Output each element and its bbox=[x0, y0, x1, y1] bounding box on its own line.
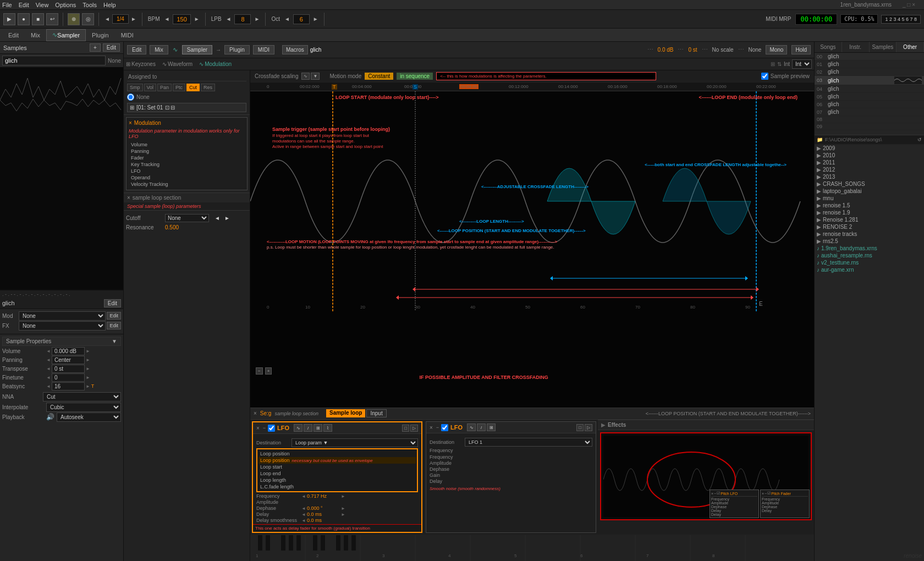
lfo1-sine-btn[interactable]: ∿ bbox=[294, 424, 302, 432]
mod-velocity[interactable]: Velocity Tracking bbox=[129, 181, 245, 188]
mod-fader[interactable]: Fader bbox=[129, 155, 245, 161]
folder-2009[interactable]: ▶ 2009 bbox=[815, 145, 924, 152]
oct-arrow-right[interactable]: ► bbox=[313, 16, 318, 22]
mod-volume[interactable]: Volume bbox=[129, 141, 245, 148]
folder-rns25[interactable]: ▶ rns2.5 bbox=[815, 238, 924, 245]
tab-ptc[interactable]: Ptc bbox=[173, 84, 185, 91]
lp-loop-position[interactable]: Loop position bbox=[258, 450, 416, 457]
lfo2-saw-btn[interactable]: / bbox=[477, 424, 486, 431]
modulation-tab[interactable]: ∿ Modulation bbox=[199, 61, 232, 67]
right-tab-samples[interactable]: Samples bbox=[870, 42, 897, 52]
folder-renoise2[interactable]: ▶ RENOISE 2 bbox=[815, 223, 924, 230]
folder-renoise281[interactable]: ▶ Renoise 1.281 bbox=[815, 216, 924, 223]
lfo1-r2-btn[interactable]: ▷ bbox=[410, 425, 418, 432]
right-tab-songs[interactable]: Songs bbox=[815, 42, 842, 52]
file-3[interactable]: ♪ v2_testtune.rns bbox=[815, 259, 924, 266]
instr-row-04[interactable]: 04 glich bbox=[815, 85, 924, 93]
instr-row-07[interactable]: 07 glich bbox=[815, 108, 924, 116]
keyzones-tab[interactable]: ⊞ Keyzones bbox=[126, 61, 156, 67]
folder-renoise19[interactable]: ▶ renoise 1.9 bbox=[815, 209, 924, 216]
instr-row-02[interactable]: 02 glich bbox=[815, 68, 924, 76]
window-controls[interactable]: _ □ × bbox=[903, 2, 915, 8]
set-01-item[interactable]: ⊞ [01: Set 01 ⊡ ⊟ bbox=[127, 103, 246, 112]
folder-2011[interactable]: ▶ 2011 bbox=[815, 159, 924, 166]
folder-laptopo[interactable]: ▶ laptopo_gabalai bbox=[815, 188, 924, 195]
tab-plugin[interactable]: Plugin bbox=[86, 29, 115, 41]
sample-loop-tab[interactable]: Sample loop bbox=[326, 409, 365, 417]
tab-pan[interactable]: Pan bbox=[157, 84, 172, 91]
menu-tools[interactable]: Tools bbox=[82, 2, 97, 8]
record2-btn[interactable]: ⊕ bbox=[68, 13, 80, 25]
lfo2-close-btn[interactable]: × bbox=[430, 425, 433, 431]
macros-btn[interactable]: Macros bbox=[282, 45, 308, 54]
zoom-in-btn[interactable]: + bbox=[265, 367, 272, 375]
folder-2013[interactable]: ▶ 2013 bbox=[815, 173, 924, 180]
tab-edit[interactable]: Edit bbox=[2, 29, 25, 41]
tab-midi[interactable]: MIDI bbox=[115, 29, 140, 41]
menu-file[interactable]: File bbox=[2, 2, 12, 8]
sample-edit-btn[interactable]: Edit bbox=[104, 299, 121, 307]
lpb-arrow-left[interactable]: ◄ bbox=[226, 16, 232, 22]
sample-name-input[interactable] bbox=[2, 56, 106, 65]
tab-cut[interactable]: Cut bbox=[186, 84, 200, 91]
folder-mnu[interactable]: ▶ mnu bbox=[815, 195, 924, 202]
crossfade-curve-btn[interactable]: ∿ bbox=[301, 73, 310, 80]
back-btn[interactable]: ↩ bbox=[46, 13, 58, 25]
file-1[interactable]: ♪ 1.9ren_bandymas.xrns bbox=[815, 245, 924, 252]
hold-btn[interactable]: Hold bbox=[791, 45, 811, 54]
pan-arrow-left[interactable]: ◄ bbox=[46, 358, 51, 362]
beat-arrow-left[interactable]: ◄ bbox=[46, 384, 51, 389]
file-4[interactable]: ♪ aur-game.xrn bbox=[815, 266, 924, 273]
oct-arrow-left[interactable]: ◄ bbox=[284, 16, 290, 22]
lp-loop-end[interactable]: Loop end bbox=[258, 470, 416, 477]
crossfade-down-btn[interactable]: ▼ bbox=[311, 73, 320, 80]
cutoff-select[interactable]: None bbox=[165, 214, 209, 222]
lfo2-enable[interactable] bbox=[441, 424, 448, 431]
mod-edit-btn[interactable]: Edit bbox=[107, 312, 121, 320]
in-sequence-box[interactable]: in sequence bbox=[397, 73, 433, 80]
play-btn[interactable]: ▶ bbox=[3, 13, 15, 25]
bpm-arrow-right[interactable]: ► bbox=[194, 16, 200, 22]
right-tab-instr[interactable]: Instr. bbox=[842, 42, 870, 52]
bpm-arrow-left[interactable]: ◄ bbox=[164, 16, 169, 22]
fx-edit-btn[interactable]: Edit bbox=[107, 322, 121, 329]
vol-arrow-left[interactable]: ◄ bbox=[46, 349, 51, 354]
lp-cfade-length[interactable]: L.C.fade length bbox=[258, 483, 416, 490]
lpb-arrow-right[interactable]: ► bbox=[254, 16, 260, 22]
midi-btn[interactable]: MIDI bbox=[253, 45, 274, 54]
playback-select[interactable]: Autoseek bbox=[57, 413, 121, 422]
lfo1-minus[interactable]: − bbox=[263, 425, 266, 431]
instr-row-03[interactable]: 03 glich bbox=[815, 76, 924, 85]
vol-arrow-right[interactable]: ► bbox=[86, 349, 90, 354]
lfo1-saw-btn[interactable]: / bbox=[304, 424, 312, 432]
interpolate-select[interactable]: Cubic bbox=[46, 403, 121, 412]
pattern-value[interactable]: 1/4 bbox=[112, 14, 129, 24]
nna-select[interactable]: Cut bbox=[43, 392, 121, 402]
lpb-value[interactable]: 8 bbox=[234, 14, 251, 24]
preview-checkbox[interactable] bbox=[761, 73, 768, 80]
effects-toggle[interactable]: ▶ bbox=[601, 422, 606, 428]
oct-value[interactable]: 6 bbox=[293, 14, 310, 24]
trans-arrow-right[interactable]: ► bbox=[86, 366, 90, 371]
fine-arrow-right[interactable]: ► bbox=[86, 375, 90, 380]
mod-select[interactable]: None bbox=[19, 311, 106, 321]
right-tab-other[interactable]: Other bbox=[897, 42, 924, 52]
samples-edit-btn[interactable]: Edit bbox=[103, 43, 120, 52]
lp-loop-position-active[interactable]: Loop position necessary but could be use… bbox=[258, 457, 416, 464]
folder-crash[interactable]: ▶ CRASH_SONGS bbox=[815, 180, 924, 188]
lfo1-freq-left[interactable]: ◄ bbox=[301, 494, 306, 499]
menu-edit[interactable]: Edit bbox=[19, 2, 29, 8]
instr-row-06[interactable]: 06 glich bbox=[815, 101, 924, 108]
edit-btn[interactable]: Edit bbox=[127, 45, 146, 54]
mono-btn[interactable]: Mono bbox=[766, 45, 787, 54]
lp-loop-length[interactable]: Loop length bbox=[258, 477, 416, 483]
instr-row-00[interactable]: 00 glich bbox=[815, 53, 924, 61]
record-btn[interactable]: ● bbox=[18, 13, 30, 25]
folder-renoise15[interactable]: ▶ renoise 1.5 bbox=[815, 202, 924, 209]
none-radio[interactable] bbox=[127, 94, 134, 101]
lfo1-enable[interactable] bbox=[268, 425, 275, 432]
lp-loop-start[interactable]: Loop start bbox=[258, 464, 416, 470]
lfo1-dephase-left[interactable]: ◄ bbox=[301, 506, 306, 511]
lfo1-dephase-right[interactable]: ► bbox=[341, 506, 345, 511]
lfo1-close-btn[interactable]: × bbox=[256, 425, 260, 431]
